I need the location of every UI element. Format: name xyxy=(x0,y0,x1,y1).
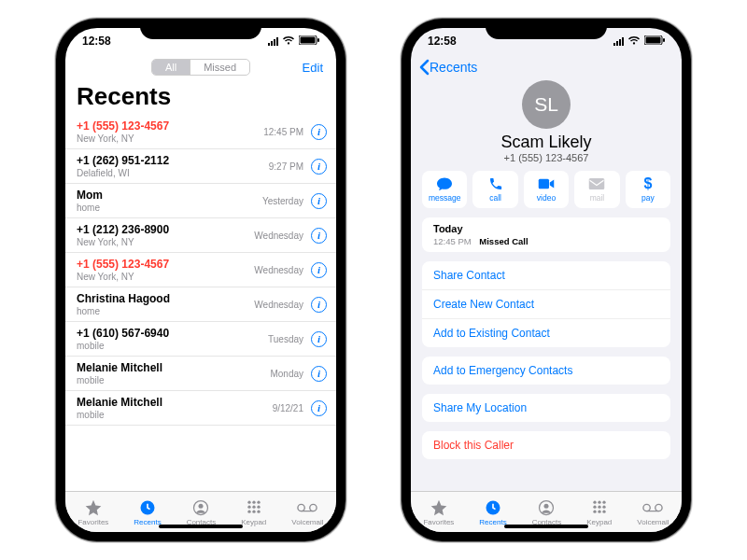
svg-point-33 xyxy=(598,510,600,512)
call-sub: mobile xyxy=(77,410,273,420)
call-row[interactable]: Melanie MitchellmobileMondayi xyxy=(65,357,336,391)
svg-point-35 xyxy=(643,504,650,511)
svg-point-27 xyxy=(598,500,600,503)
info-icon[interactable]: i xyxy=(311,366,327,382)
call-name: +1 (555) 123-4567 xyxy=(77,119,263,133)
action-row: message call video mail $ pay xyxy=(411,171,682,217)
call-time: Wednesday xyxy=(254,231,303,241)
call-time: 9/12/21 xyxy=(273,403,303,413)
battery-icon xyxy=(644,35,665,48)
contact-icon xyxy=(537,498,556,517)
cellular-signal-icon xyxy=(268,37,278,46)
tab-favorites[interactable]: Favorites xyxy=(423,498,454,526)
screen-recents-list: 12:58 All Missed Edit Recents +1 (5 xyxy=(65,28,336,532)
clock-icon xyxy=(484,498,502,517)
create-new-contact-row[interactable]: Create New Contact xyxy=(422,290,670,319)
tab-favorites[interactable]: Favorites xyxy=(78,498,108,526)
svg-point-7 xyxy=(252,500,255,503)
tab-label: Recents xyxy=(479,518,506,526)
info-icon[interactable]: i xyxy=(311,297,327,313)
call-sub: Delafield, WI xyxy=(77,168,269,178)
action-call[interactable]: call xyxy=(472,171,517,208)
call-row[interactable]: MomhomeYesterdayi xyxy=(65,184,336,218)
call-time: Yesterday xyxy=(262,196,303,206)
wifi-icon xyxy=(282,35,295,48)
block-caller-row[interactable]: Block this Caller xyxy=(422,431,670,459)
info-icon[interactable]: i xyxy=(311,159,327,175)
today-card: Today 12:45 PM Missed Call xyxy=(422,217,670,252)
info-icon[interactable]: i xyxy=(311,400,327,416)
tab-contacts[interactable]: Contacts xyxy=(532,498,562,526)
contact-name: Scam Likely xyxy=(411,133,682,152)
tab-keypad[interactable]: Keypad xyxy=(241,498,266,526)
segment-missed[interactable]: Missed xyxy=(190,60,249,75)
svg-rect-2 xyxy=(317,38,319,42)
call-row[interactable]: Melanie Mitchellmobile9/12/21i xyxy=(65,391,336,426)
call-row[interactable]: +1 (212) 236-8900New York, NYWednesdayi xyxy=(65,218,336,253)
star-icon xyxy=(430,498,448,517)
call-list[interactable]: +1 (555) 123-4567New York, NY12:45 PMi+1… xyxy=(65,115,336,491)
call-name: +1 (555) 123-4567 xyxy=(77,258,254,271)
call-sub: home xyxy=(77,306,254,316)
add-to-existing-contact-row[interactable]: Add to Existing Contact xyxy=(422,319,670,347)
call-sub: New York, NY xyxy=(77,272,254,282)
voicemail-icon xyxy=(642,498,663,517)
location-card: Share My Location xyxy=(422,394,670,422)
call-event: Missed Call xyxy=(479,236,528,246)
share-location-row[interactable]: Share My Location xyxy=(422,394,670,422)
action-video[interactable]: video xyxy=(524,171,569,208)
back-button[interactable]: Recents xyxy=(418,59,477,76)
device-frame-right: 12:58 Recents SL Scam Likely +1 (555 xyxy=(402,19,691,541)
info-icon[interactable]: i xyxy=(311,124,327,140)
svg-point-12 xyxy=(247,510,250,512)
action-message[interactable]: message xyxy=(422,171,467,208)
svg-point-16 xyxy=(310,504,317,511)
tab-voicemail[interactable]: Voicemail xyxy=(637,498,669,526)
tab-recents[interactable]: Recents xyxy=(134,498,161,526)
tab-keypad[interactable]: Keypad xyxy=(586,498,612,526)
svg-point-29 xyxy=(593,505,596,508)
avatar: SL xyxy=(522,80,571,129)
call-row[interactable]: +1 (262) 951-2112Delafield, WI9:27 PMi xyxy=(65,149,336,184)
contact-icon xyxy=(191,498,210,517)
segment-control[interactable]: All Missed xyxy=(151,59,250,76)
call-time: 12:45 PM xyxy=(433,236,472,246)
svg-point-25 xyxy=(544,503,549,508)
action-pay[interactable]: $ pay xyxy=(626,171,670,208)
block-card: Block this Caller xyxy=(422,431,670,459)
phone-icon xyxy=(488,176,503,191)
tab-contacts[interactable]: Contacts xyxy=(187,498,217,526)
call-name: +1 (212) 236-8900 xyxy=(77,223,254,236)
info-icon[interactable]: i xyxy=(311,228,327,244)
tab-recents[interactable]: Recents xyxy=(479,498,506,526)
call-row[interactable]: +1 (555) 123-4567New York, NYWednesdayi xyxy=(65,253,336,287)
info-icon[interactable]: i xyxy=(311,262,327,278)
contact-content[interactable]: Recents SL Scam Likely +1 (555) 123-4567… xyxy=(411,54,682,491)
tab-label: Recents xyxy=(134,518,161,526)
call-row[interactable]: +1 (555) 123-4567New York, NY12:45 PMi xyxy=(65,115,336,149)
info-icon[interactable]: i xyxy=(311,193,327,209)
tab-voicemail[interactable]: Voicemail xyxy=(291,498,323,526)
home-indicator[interactable] xyxy=(504,525,588,528)
svg-point-31 xyxy=(602,505,605,508)
call-row[interactable]: Christina HagoodhomeWednesdayi xyxy=(65,287,336,322)
call-name: Melanie Mitchell xyxy=(77,396,273,409)
segment-all[interactable]: All xyxy=(152,60,190,75)
share-contact-row[interactable]: Share Contact xyxy=(422,261,670,290)
info-icon[interactable]: i xyxy=(311,331,327,347)
home-indicator[interactable] xyxy=(159,525,243,528)
svg-rect-1 xyxy=(301,37,316,44)
status-time: 12:58 xyxy=(82,35,111,48)
svg-rect-21 xyxy=(539,179,549,189)
call-time: 9:27 PM xyxy=(269,161,303,172)
svg-point-30 xyxy=(598,505,600,508)
action-label: message xyxy=(429,193,461,203)
keypad-icon xyxy=(245,498,263,517)
edit-button[interactable]: Edit xyxy=(303,61,323,75)
wifi-icon xyxy=(627,35,641,48)
svg-point-10 xyxy=(252,505,255,508)
cellular-signal-icon xyxy=(613,37,624,46)
call-time: Wednesday xyxy=(254,300,303,310)
add-emergency-row[interactable]: Add to Emergency Contacts xyxy=(422,357,670,385)
call-row[interactable]: +1 (610) 567-6940mobileTuesdayi xyxy=(65,322,336,357)
